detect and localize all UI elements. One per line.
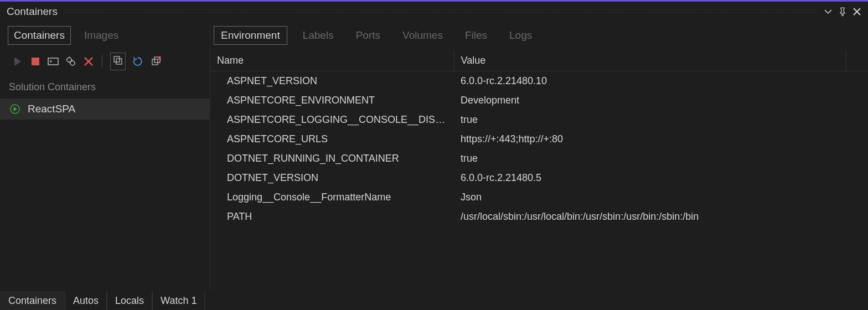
panel-title: Containers: [7, 6, 58, 18]
tab-logs[interactable]: Logs: [503, 27, 539, 44]
table-row[interactable]: DOTNET_RUNNING_IN_CONTAINERtrue: [210, 149, 868, 168]
env-name: ASPNETCORE_URLS: [210, 130, 454, 149]
env-name: ASPNETCORE_ENVIRONMENT: [210, 91, 454, 110]
svg-rect-4: [114, 56, 120, 62]
tab-files[interactable]: Files: [458, 27, 494, 44]
table-row[interactable]: ASPNETCORE_URLShttps://+:443;http://+:80: [210, 130, 868, 149]
env-value: true: [454, 110, 846, 130]
tab-containers[interactable]: Containers: [8, 26, 71, 45]
env-table: Name Value ASPNET_VERSION6.0.0-rc.2.2148…: [210, 50, 868, 226]
running-icon: [10, 104, 20, 114]
bottom-tab-watch1[interactable]: Watch 1: [152, 291, 205, 310]
refresh-icon[interactable]: [132, 56, 143, 67]
env-value: true: [454, 149, 846, 168]
env-value: 6.0.0-rc.2.21480.5: [454, 168, 846, 188]
left-panel: Containers Images Solution Containers Re…: [0, 22, 210, 291]
panel-header: Containers: [0, 2, 868, 22]
env-value: Json: [454, 188, 846, 207]
settings-icon[interactable]: [65, 56, 76, 67]
right-panel: Environment Labels Ports Volumes Files L…: [210, 22, 868, 291]
tab-environment[interactable]: Environment: [214, 26, 287, 45]
table-row[interactable]: PATH/usr/local/sbin:/usr/local/bin:/usr/…: [210, 207, 868, 226]
env-value: https://+:443;http://+:80: [454, 130, 846, 149]
toolbar: [0, 50, 210, 76]
grip-handle[interactable]: [63, 8, 818, 15]
svg-rect-1: [48, 58, 58, 65]
toolbar-separator: [102, 55, 102, 68]
left-tabs: Containers Images: [0, 22, 210, 50]
env-value: Development: [454, 91, 846, 110]
table-row[interactable]: Logging__Console__FormatterNameJson: [210, 188, 868, 207]
prune-icon[interactable]: [150, 56, 161, 67]
env-name: ASPNET_VERSION: [210, 71, 454, 91]
table-row[interactable]: ASPNETCORE_LOGGING__CONSOLE__DISA…true: [210, 110, 868, 130]
container-item[interactable]: ReactSPA: [0, 99, 210, 120]
bottom-tab-containers[interactable]: Containers: [0, 291, 65, 310]
col-header-name[interactable]: Name: [210, 50, 454, 71]
play-icon[interactable]: [12, 56, 23, 67]
env-name: DOTNET_RUNNING_IN_CONTAINER: [210, 149, 454, 168]
env-table-wrap: Name Value ASPNET_VERSION6.0.0-rc.2.2148…: [210, 50, 868, 291]
env-value: /usr/local/sbin:/usr/local/bin:/usr/sbin…: [454, 207, 846, 226]
env-name: DOTNET_VERSION: [210, 168, 454, 188]
main-area: Containers Images Solution Containers Re…: [0, 22, 868, 291]
delete-icon[interactable]: [83, 56, 94, 67]
dropdown-icon[interactable]: [824, 7, 833, 16]
env-name: ASPNETCORE_LOGGING__CONSOLE__DISA…: [210, 110, 454, 130]
right-tabs: Environment Labels Ports Volumes Files L…: [210, 22, 868, 50]
col-header-value[interactable]: Value: [454, 50, 846, 71]
svg-rect-0: [32, 58, 39, 65]
table-row[interactable]: DOTNET_VERSION6.0.0-rc.2.21480.5: [210, 168, 868, 188]
svg-rect-6: [152, 59, 158, 65]
container-item-label: ReactSPA: [28, 103, 75, 115]
env-name: PATH: [210, 207, 454, 226]
table-row[interactable]: ASPNET_VERSION6.0.0-rc.2.21480.10: [210, 71, 868, 91]
stop-icon[interactable]: [30, 56, 41, 67]
tab-images[interactable]: Images: [79, 27, 124, 44]
env-name: Logging__Console__FormatterName: [210, 188, 454, 207]
tab-volumes[interactable]: Volumes: [396, 27, 450, 44]
tab-ports[interactable]: Ports: [349, 27, 387, 44]
bottom-tabs: Containers Autos Locals Watch 1: [0, 291, 868, 310]
tab-labels[interactable]: Labels: [296, 27, 340, 44]
svg-rect-5: [116, 59, 122, 64]
bottom-tab-locals[interactable]: Locals: [107, 291, 152, 310]
bottom-tab-autos[interactable]: Autos: [65, 291, 107, 310]
pin-icon[interactable]: [838, 7, 847, 16]
section-header: Solution Containers: [0, 76, 210, 99]
svg-point-3: [70, 61, 75, 65]
env-value: 6.0.0-rc.2.21480.10: [454, 71, 846, 91]
close-icon[interactable]: [852, 7, 861, 16]
terminal-icon[interactable]: [48, 56, 59, 67]
table-row[interactable]: ASPNETCORE_ENVIRONMENTDevelopment: [210, 91, 868, 110]
copy-icon[interactable]: [110, 53, 126, 70]
col-header-spacer: [846, 50, 868, 71]
